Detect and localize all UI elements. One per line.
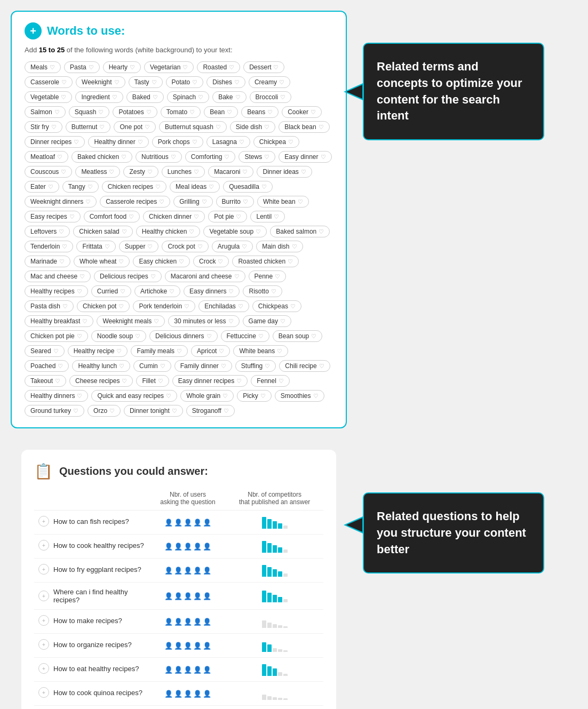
tag-item[interactable]: Frittata ♡ xyxy=(76,241,115,252)
tag-item[interactable]: Potato ♡ xyxy=(166,76,204,88)
tag-item[interactable]: Roasted ♡ xyxy=(197,61,240,73)
tag-item[interactable]: Healthy recipe ♡ xyxy=(68,345,128,357)
tag-item[interactable]: Supper ♡ xyxy=(119,241,159,252)
tag-item[interactable]: Healthy breakfast ♡ xyxy=(25,315,93,327)
tag-item[interactable]: Family dinner ♡ xyxy=(174,360,232,372)
tag-item[interactable]: Whole wheat ♡ xyxy=(74,256,130,267)
tag-item[interactable]: Butternut squash ♡ xyxy=(159,121,227,133)
tag-item[interactable]: Chicken pot pie ♡ xyxy=(25,330,88,342)
row-expand-icon[interactable]: + xyxy=(38,516,49,527)
tag-item[interactable]: Black bean ♡ xyxy=(279,121,329,133)
tag-item[interactable]: Orzo ♡ xyxy=(88,405,121,417)
tag-item[interactable]: Mac and cheese ♡ xyxy=(25,270,91,282)
tag-item[interactable]: Apricot ♡ xyxy=(191,345,230,357)
tag-item[interactable]: Potatoes ♡ xyxy=(113,106,157,118)
tag-item[interactable]: Meal ideas ♡ xyxy=(170,181,220,193)
tag-item[interactable]: Dishes ♡ xyxy=(206,76,245,88)
tag-item[interactable]: Comfort food ♡ xyxy=(84,211,140,222)
tag-item[interactable]: Healthy lunch ♡ xyxy=(72,360,130,372)
tag-item[interactable]: Penne ♡ xyxy=(249,270,287,282)
tag-item[interactable]: Macaroni and cheese ♡ xyxy=(165,270,245,282)
tag-item[interactable]: Spinach ♡ xyxy=(167,91,209,103)
tag-item[interactable]: Delicious dinners ♡ xyxy=(149,330,217,342)
row-expand-icon[interactable]: + xyxy=(38,639,49,650)
tag-item[interactable]: Healthy chicken ♡ xyxy=(136,226,201,237)
tag-item[interactable]: Crock pot ♡ xyxy=(162,241,208,252)
tag-item[interactable]: Arugula ♡ xyxy=(212,241,253,252)
tag-item[interactable]: Nutritious ♡ xyxy=(136,151,182,163)
tag-item[interactable]: Cheese recipes ♡ xyxy=(69,375,133,387)
tag-item[interactable]: Enchiladas ♡ xyxy=(198,300,249,312)
tag-item[interactable]: Meatless ♡ xyxy=(75,166,120,178)
tag-item[interactable]: Comforting ♡ xyxy=(185,151,236,163)
tag-item[interactable]: Chicken recipes ♡ xyxy=(102,181,166,193)
tag-item[interactable]: Vegetable soup ♡ xyxy=(203,226,267,237)
tag-item[interactable]: White bean ♡ xyxy=(257,196,309,208)
tag-item[interactable]: Ingredient ♡ xyxy=(75,91,123,103)
tag-item[interactable]: Main dish ♡ xyxy=(256,241,303,252)
tag-item[interactable]: Weeknight ♡ xyxy=(76,76,125,88)
tag-item[interactable]: Casserole recipes ♡ xyxy=(100,196,170,208)
tag-item[interactable]: Marinade ♡ xyxy=(25,256,70,267)
tag-item[interactable]: Pasta dish ♡ xyxy=(25,300,74,312)
tag-item[interactable]: Fennel ♡ xyxy=(251,375,290,387)
tag-item[interactable]: Dessert ♡ xyxy=(243,61,284,73)
tag-item[interactable]: Meals ♡ xyxy=(25,61,61,73)
tag-item[interactable]: Ground turkey ♡ xyxy=(25,405,84,417)
tag-item[interactable]: Roasted chicken ♡ xyxy=(232,256,299,267)
tag-item[interactable]: Lentil ♡ xyxy=(250,211,285,222)
tag-item[interactable]: Stroganoff ♡ xyxy=(186,405,235,417)
row-expand-icon[interactable]: + xyxy=(38,615,49,626)
row-expand-icon[interactable]: + xyxy=(38,687,49,698)
tag-item[interactable]: Tenderloin ♡ xyxy=(25,241,73,252)
tag-item[interactable]: Vegetarian ♡ xyxy=(144,61,194,73)
tag-item[interactable]: Casserole ♡ xyxy=(25,76,73,88)
tag-item[interactable]: Cumin ♡ xyxy=(133,360,171,372)
tag-item[interactable]: Picky ♡ xyxy=(237,390,272,402)
tag-item[interactable]: Tangy ♡ xyxy=(62,181,99,193)
tag-item[interactable]: Healthy recipes ♡ xyxy=(25,285,88,297)
tag-item[interactable]: Stews ♡ xyxy=(239,151,275,163)
tag-item[interactable]: Chili recipe ♡ xyxy=(279,360,330,372)
row-expand-icon[interactable]: + xyxy=(38,540,49,551)
tag-item[interactable]: Hearty ♡ xyxy=(103,61,141,73)
tag-item[interactable]: Chickpeas ♡ xyxy=(252,300,301,312)
tag-item[interactable]: Weeknight dinners ♡ xyxy=(25,196,97,208)
tag-item[interactable]: Chicken pot ♡ xyxy=(77,300,130,312)
tag-item[interactable]: Salmon ♡ xyxy=(25,106,66,118)
tag-item[interactable]: Healthy dinner ♡ xyxy=(88,136,148,148)
tag-item[interactable]: Pasta ♡ xyxy=(64,61,100,73)
tag-item[interactable]: Family meals ♡ xyxy=(131,345,188,357)
tag-item[interactable]: Healthy dinners ♡ xyxy=(25,390,88,402)
tag-item[interactable]: Weeknight meals ♡ xyxy=(97,315,165,327)
tag-item[interactable]: Couscous ♡ xyxy=(25,166,72,178)
tag-item[interactable]: One pot ♡ xyxy=(114,121,156,133)
tag-item[interactable]: Bean soup ♡ xyxy=(273,330,322,342)
tag-item[interactable]: Crock ♡ xyxy=(193,256,229,267)
tag-item[interactable]: Meatloaf ♡ xyxy=(25,151,68,163)
tag-item[interactable]: Fillet ♡ xyxy=(136,375,169,387)
tag-item[interactable]: Butternut ♡ xyxy=(66,121,111,133)
tag-item[interactable]: Pork chops ♡ xyxy=(152,136,203,148)
tag-item[interactable]: Takeout ♡ xyxy=(25,375,66,387)
row-expand-icon[interactable]: + xyxy=(38,564,49,575)
tag-item[interactable]: Game day ♡ xyxy=(243,315,291,327)
tag-item[interactable]: Tasty ♡ xyxy=(129,76,163,88)
tag-item[interactable]: Delicious recipes ♡ xyxy=(94,270,162,282)
tag-item[interactable]: Lasagna ♡ xyxy=(206,136,250,148)
tag-item[interactable]: Stir fry ♡ xyxy=(25,121,62,133)
tag-item[interactable]: Squash ♡ xyxy=(69,106,110,118)
tag-item[interactable]: Burrito ♡ xyxy=(216,196,254,208)
tag-item[interactable]: Easy dinner ♡ xyxy=(279,151,331,163)
tag-item[interactable]: Tomato ♡ xyxy=(161,106,201,118)
tag-item[interactable]: Easy dinners ♡ xyxy=(184,285,240,297)
tag-item[interactable]: Macaroni ♡ xyxy=(208,166,253,178)
tag-item[interactable]: Dinner ideas ♡ xyxy=(257,166,312,178)
tag-item[interactable]: Quick and easy recipes ♡ xyxy=(91,390,177,402)
tag-item[interactable]: Easy chicken ♡ xyxy=(133,256,190,267)
tag-item[interactable]: Zesty ♡ xyxy=(123,166,158,178)
tag-item[interactable]: Bean ♡ xyxy=(204,106,238,118)
tag-item[interactable]: Eater ♡ xyxy=(25,181,59,193)
row-expand-icon[interactable]: + xyxy=(38,591,49,601)
tag-item[interactable]: Vegetable ♡ xyxy=(25,91,72,103)
